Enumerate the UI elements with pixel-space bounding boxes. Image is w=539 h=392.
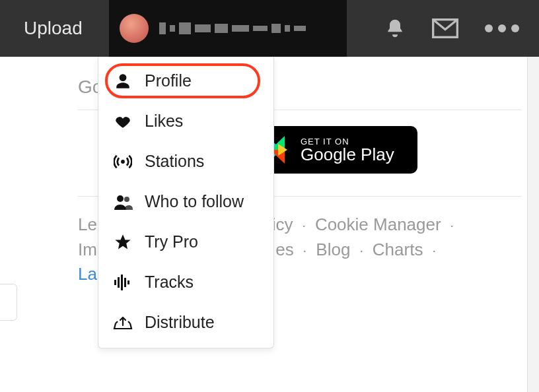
menu-item-label: Stations [145, 152, 204, 171]
svg-rect-5 [118, 277, 120, 288]
google-play-badge[interactable]: GET IT ON Google Play [256, 126, 417, 174]
collapsed-panel-stub [0, 284, 17, 321]
svg-point-1 [121, 160, 125, 164]
broadcast-icon [113, 154, 133, 170]
svg-rect-8 [127, 280, 129, 284]
menu-item-profile[interactable]: Profile [98, 61, 273, 101]
svg-point-2 [117, 195, 124, 202]
menu-item-label: Distribute [145, 313, 215, 332]
menu-item-distribute[interactable]: Distribute [98, 302, 273, 343]
username-redacted [159, 22, 306, 34]
footer-fragment[interactable]: Im [78, 240, 97, 259]
distribute-icon [113, 314, 133, 331]
menu-item-label: Likes [145, 112, 183, 131]
footer-link-cookie-manager[interactable]: Cookie Manager [315, 214, 441, 234]
topbar-right-cluster [384, 18, 531, 39]
user-dropdown-menu: Profile Likes Stations Who to follow [98, 57, 274, 348]
more-menu-icon[interactable] [485, 24, 519, 32]
menu-item-likes[interactable]: Likes [98, 101, 273, 141]
footer-link-charts[interactable]: Charts [373, 240, 423, 259]
svg-rect-6 [121, 275, 123, 290]
menu-item-label: Tracks [145, 273, 194, 292]
menu-item-try-pro[interactable]: Try Pro [98, 222, 273, 262]
footer-link-blog[interactable]: Blog [316, 240, 350, 259]
top-nav-bar: Upload [0, 0, 539, 57]
svg-rect-4 [114, 280, 116, 285]
svg-point-3 [124, 197, 129, 202]
menu-item-stations[interactable]: Stations [98, 141, 273, 181]
avatar [120, 14, 149, 43]
footer-fragment[interactable]: es [275, 240, 293, 259]
waveform-icon [113, 274, 133, 291]
google-play-text: GET IT ON Google Play [301, 137, 394, 163]
messages-icon[interactable] [432, 18, 458, 38]
menu-item-label: Who to follow [145, 192, 244, 211]
footer-link-language[interactable]: La [78, 264, 97, 284]
menu-item-tracks[interactable]: Tracks [98, 262, 273, 302]
heart-icon [113, 113, 133, 130]
people-icon [113, 193, 133, 211]
user-menu-trigger[interactable] [109, 0, 347, 57]
footer-fragment[interactable]: Le [78, 214, 97, 234]
menu-item-who-to-follow[interactable]: Who to follow [98, 181, 273, 222]
menu-item-label: Try Pro [145, 232, 198, 251]
person-icon [113, 73, 133, 90]
star-icon [113, 233, 133, 251]
svg-rect-7 [124, 278, 126, 287]
upload-link[interactable]: Upload [24, 18, 83, 39]
menu-item-label: Profile [145, 71, 192, 90]
google-play-bottom-label: Google Play [301, 146, 394, 163]
notifications-icon[interactable] [384, 18, 406, 39]
